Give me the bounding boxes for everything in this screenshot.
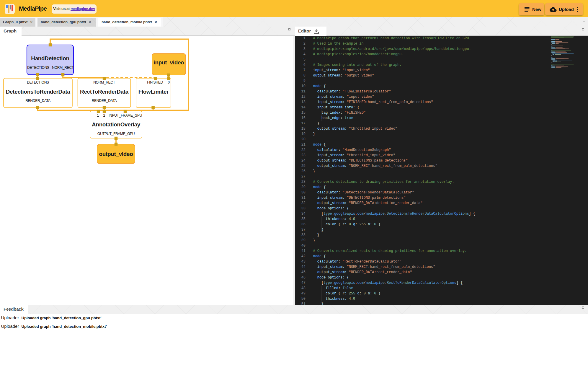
svg-text:RENDER_DATA: RENDER_DATA <box>25 99 51 103</box>
svg-text:HandDetection: HandDetection <box>31 55 69 61</box>
svg-text:0: 0 <box>168 80 170 84</box>
svg-text:OUTPUT_FRAME_GPU: OUTPUT_FRAME_GPU <box>97 132 135 136</box>
svg-text:2: 2 <box>103 113 105 118</box>
svg-text:DetectionsToRenderData: DetectionsToRenderData <box>6 89 70 95</box>
svg-text:input_video: input_video <box>154 59 184 66</box>
svg-text:output_video: output_video <box>99 151 133 157</box>
svg-text:INPUT_FRAME_GPU: INPUT_FRAME_GPU <box>109 113 142 118</box>
svg-text:DETECTIONS: DETECTIONS <box>27 66 49 70</box>
svg-text:AnnotationOverlay: AnnotationOverlay <box>92 121 141 128</box>
svg-text:NORM_RECT: NORM_RECT <box>93 80 115 84</box>
svg-text:FINISHED: FINISHED <box>147 80 163 84</box>
svg-text:1: 1 <box>97 113 99 118</box>
svg-text:DETECTIONS: DETECTIONS <box>27 80 49 84</box>
svg-text:FlowLimiter: FlowLimiter <box>138 89 169 95</box>
svg-text:NORM_RECT: NORM_RECT <box>52 66 74 70</box>
svg-text:RectToRenderData: RectToRenderData <box>80 89 129 95</box>
svg-text:RENDER_DATA: RENDER_DATA <box>92 99 117 103</box>
